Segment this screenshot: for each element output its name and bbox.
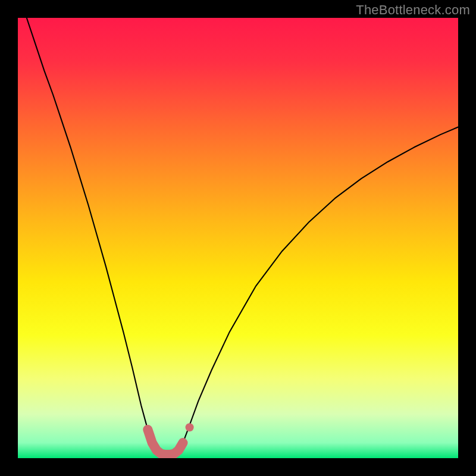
- chart-frame: TheBottleneck.com: [0, 0, 476, 476]
- gradient-background: [18, 18, 458, 458]
- plot-area: [18, 18, 458, 458]
- marker-dot: [186, 423, 194, 431]
- bottleneck-chart: [18, 18, 458, 458]
- watermark-text: TheBottleneck.com: [356, 2, 470, 18]
